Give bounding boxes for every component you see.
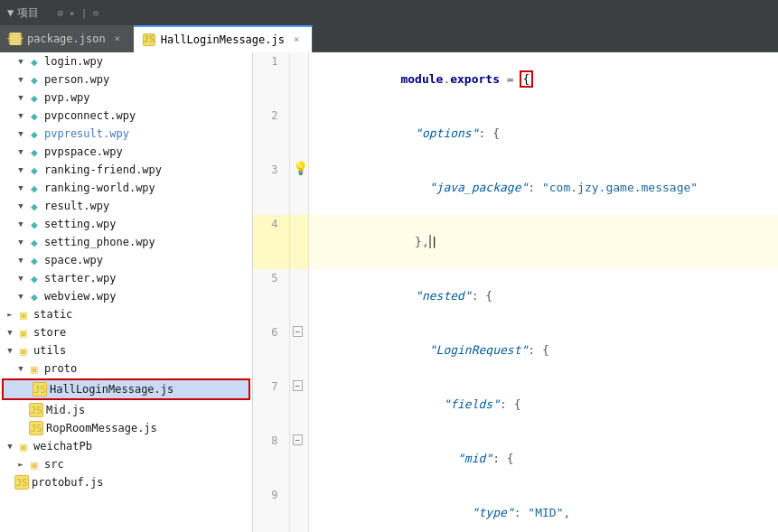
wpy-file-icon: ◆ — [27, 235, 42, 249]
fold-icon[interactable]: − — [293, 380, 303, 391]
wpy-file-icon: ◆ — [27, 126, 42, 141]
code-line-9: 9 "type": "MID", — [253, 486, 778, 532]
tree-arrow: ▼ — [14, 200, 27, 212]
sidebar-item-proto[interactable]: ▼ ▣ proto — [0, 359, 252, 378]
folder-icon: ▣ — [16, 307, 31, 322]
line-number: 9 — [253, 486, 289, 532]
file-label: store — [33, 326, 66, 339]
line-number: 6 — [253, 323, 289, 378]
line-code: "fields": { — [308, 378, 778, 432]
tree-arrow: ► — [14, 458, 27, 471]
sidebar-item-setting-phone-wpy[interactable]: ▼ ◆ setting_phone.wpy — [0, 233, 252, 251]
sidebar-item-person-wpy[interactable]: ▼ ◆ person.wpy — [0, 70, 252, 89]
code-line-2: 2 "options": { — [253, 107, 778, 161]
wpy-file-icon: ◆ — [27, 108, 42, 123]
line-number: 4 — [253, 215, 289, 269]
sidebar-item-starter-wpy[interactable]: ▼ ◆ starter.wpy — [0, 269, 252, 287]
file-label: space.wpy — [44, 254, 103, 266]
tab-package-json[interactable]: { } package.json × — [0, 25, 134, 52]
sidebar-item-utils[interactable]: ▼ ▣ utils — [0, 341, 252, 359]
line-gutter-bulb: 💡 — [289, 161, 308, 215]
code-line-5: 5 "nested": { — [253, 269, 778, 323]
file-label: ranking-friend.wpy — [44, 163, 162, 176]
sidebar-item-webview-wpy[interactable]: ▼ ◆ webview.wpy — [0, 287, 252, 305]
file-label: setting.wpy — [44, 218, 116, 230]
folder-icon: ▣ — [27, 361, 42, 376]
sidebar-item-pvp-wpy[interactable]: ▼ ◆ pvp.wpy — [0, 89, 252, 107]
fold-icon[interactable]: − — [293, 434, 303, 445]
sidebar-item-src[interactable]: ► ▣ src — [0, 455, 252, 473]
file-label: RopRoomMessage.js — [46, 422, 157, 434]
wpy-file-icon: ◆ — [27, 72, 42, 87]
line-number: 1 — [253, 52, 289, 107]
top-bar-left: ▼ 项目 ⚙ ✦ | ⊖ — [7, 5, 99, 21]
lightbulb-icon: 💡 — [290, 161, 308, 175]
main-layout: ▼ ◆ login.wpy ▼ ◆ person.wpy ▼ ◆ pvp.wpy… — [0, 52, 778, 532]
code-editor[interactable]: 1 module.exports = { 2 "options": { — [253, 52, 778, 532]
js-file-icon: JS — [29, 403, 43, 417]
file-label: result.wpy — [44, 200, 109, 212]
file-label: src — [44, 458, 64, 471]
json-file-icon: { } — [9, 33, 22, 45]
tab-hall-login-message[interactable]: JS HallLoginMessage.js × — [134, 25, 313, 52]
file-label: pvpspace.wpy — [44, 145, 123, 158]
line-gutter-fold: − — [289, 432, 308, 486]
tree-arrow: ► — [4, 308, 16, 321]
sidebar-item-protobuf-js[interactable]: JS protobuf.js — [0, 473, 252, 491]
line-gutter — [289, 52, 308, 107]
tab-bar: { } package.json × JS HallLoginMessage.j… — [0, 25, 778, 52]
tree-arrow: ▼ — [14, 163, 27, 176]
sidebar-item-static[interactable]: ► ▣ static — [0, 305, 252, 323]
tree-arrow: ▼ — [14, 73, 27, 86]
line-number: 7 — [253, 378, 289, 432]
code-line-1: 1 module.exports = { — [253, 52, 778, 107]
tree-arrow: ▼ — [14, 254, 27, 266]
line-code: "mid": { — [308, 432, 778, 486]
sidebar-item-setting-wpy[interactable]: ▼ ◆ setting.wpy — [0, 215, 252, 233]
sidebar-item-pvpresult-wpy[interactable]: ▼ ◆ pvpresult.wpy — [0, 125, 252, 143]
wpy-file-icon: ◆ — [27, 199, 42, 213]
sidebar-item-weichat-pb[interactable]: ▼ ▣ weichatPb — [0, 437, 252, 455]
project-icon: ▼ — [7, 6, 14, 19]
tree-arrow: ▼ — [14, 290, 27, 303]
sidebar-item-mid-js[interactable]: JS Mid.js — [0, 401, 252, 419]
file-label: person.wpy — [44, 73, 109, 86]
line-code: "nested": { — [308, 269, 778, 323]
sidebar-item-rop-room-message[interactable]: JS RopRoomMessage.js — [0, 419, 252, 437]
sidebar-item-space-wpy[interactable]: ▼ ◆ space.wpy — [0, 251, 252, 269]
code-line-4: 4 },| — [253, 215, 778, 269]
fold-icon[interactable]: − — [293, 326, 303, 337]
tree-arrow: ▼ — [14, 109, 27, 122]
sidebar-item-pvpconnect-wpy[interactable]: ▼ ◆ pvpconnect.wpy — [0, 107, 252, 125]
file-label: weichatPb — [33, 440, 92, 453]
wpy-file-icon: ◆ — [27, 54, 42, 69]
file-label: pvpresult.wpy — [44, 127, 129, 140]
wpy-file-icon: ◆ — [27, 271, 42, 285]
tab-hall-login-message-close[interactable]: × — [290, 33, 303, 46]
line-gutter — [289, 107, 308, 161]
sidebar-item-ranking-world-wpy[interactable]: ▼ ◆ ranking-world.wpy — [0, 179, 252, 197]
sidebar-item-result-wpy[interactable]: ▼ ◆ result.wpy — [0, 197, 252, 215]
file-label: Mid.js — [46, 404, 85, 416]
line-gutter-fold: − — [289, 378, 308, 432]
tree-arrow: ▼ — [14, 55, 27, 68]
sidebar-item-pvpspace-wpy[interactable]: ▼ ◆ pvpspace.wpy — [0, 143, 252, 161]
line-code: "options": { — [308, 107, 778, 161]
code-line-7: 7 − "fields": { — [253, 378, 778, 432]
tree-arrow: ▼ — [14, 91, 27, 104]
tree-arrow: ▼ — [14, 272, 27, 285]
code-line-3: 3 💡 "java_package": "com.jzy.game.messag… — [253, 161, 778, 215]
tab-package-json-close[interactable]: × — [111, 33, 124, 45]
folder-icon: ▣ — [27, 457, 42, 471]
line-code: },| — [308, 215, 778, 269]
sidebar-item-login-wpy[interactable]: ▼ ◆ login.wpy — [0, 52, 252, 70]
tab-hall-login-message-label: HallLoginMessage.js — [161, 33, 285, 46]
file-label: proto — [44, 362, 77, 375]
sidebar-item-store[interactable]: ▼ ▣ store — [0, 323, 252, 341]
sidebar-item-ranking-friend-wpy[interactable]: ▼ ◆ ranking-friend.wpy — [0, 161, 252, 179]
line-code: "type": "MID", — [308, 486, 778, 532]
sidebar-item-hall-login-message[interactable]: JS HallLoginMessage.js — [2, 378, 250, 400]
folder-icon: ▣ — [16, 343, 31, 358]
line-gutter — [289, 215, 308, 269]
code-table: 1 module.exports = { 2 "options": { — [253, 52, 778, 532]
